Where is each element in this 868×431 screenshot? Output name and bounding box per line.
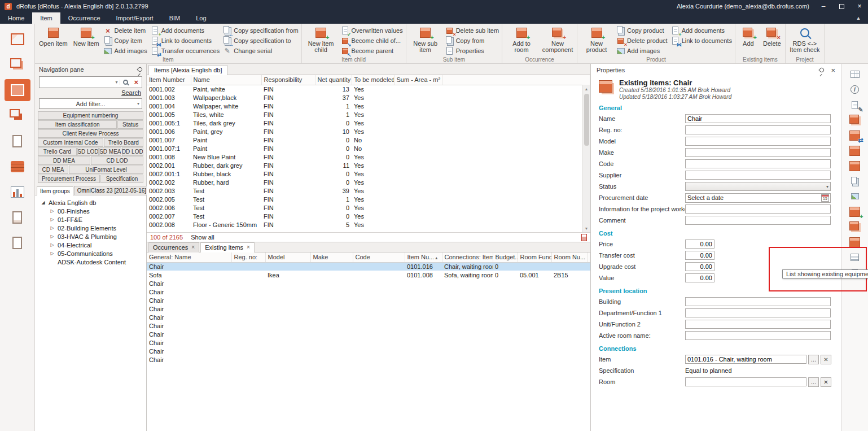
- sidebar-documents-button[interactable]: [5, 130, 30, 152]
- search-link[interactable]: Search: [121, 89, 141, 96]
- transfer-cost-field[interactable]: [685, 251, 714, 260]
- column-header-item-nu[interactable]: Item Nu...▴: [405, 252, 442, 262]
- items-scrollbar[interactable]: ▲ ▼: [582, 85, 590, 232]
- toolbar-product-button[interactable]: [841, 158, 868, 173]
- table-row[interactable]: 0002.008Floor - Generic 150mmFIN5Yes: [147, 220, 590, 229]
- toolbar-product-data-button[interactable]: +: [841, 204, 868, 219]
- code-field[interactable]: [685, 159, 831, 168]
- column-header-name[interactable]: Name: [191, 75, 261, 85]
- procurement-date-field[interactable]: Select a date15: [685, 193, 831, 203]
- ribbon-button-rds-item-check[interactable]: RDS <-> Item check: [788, 25, 821, 54]
- ribbon-button-copy-product[interactable]: Copy product: [616, 27, 668, 34]
- menu-tab-bim[interactable]: BIM: [161, 12, 188, 24]
- department-function-1-field[interactable]: [685, 308, 831, 317]
- ribbon-button-copy-from[interactable]: Copy from: [445, 37, 499, 45]
- filter-button-procurement-process[interactable]: Procurement Process: [38, 175, 100, 183]
- sidebar-rooms-button[interactable]: [5, 28, 30, 50]
- table-row[interactable]: 0002.001Rubber, dark greyFIN11Yes: [147, 161, 590, 169]
- ribbon-button-new-item-child[interactable]: +New item child: [305, 25, 337, 54]
- menu-tab-home[interactable]: Home: [0, 12, 32, 24]
- table-row[interactable]: 0002.002Rubber, hardFIN0Yes: [147, 178, 590, 186]
- table-row[interactable]: 0001.002Paint, whiteFIN13Yes: [147, 85, 590, 93]
- ribbon-button-delete-item[interactable]: ×Delete item: [104, 27, 147, 34]
- make-field[interactable]: [685, 148, 831, 157]
- status-dropdown[interactable]: ▾: [685, 182, 831, 191]
- table-row[interactable]: 0001.004Wallpaper, whiteFIN1Yes: [147, 102, 590, 110]
- table-row[interactable]: 0002.007TestFIN0Yes: [147, 212, 590, 220]
- tree-node-alexia-english-db[interactable]: ◢Alexia English db: [36, 198, 145, 207]
- ribbon-button-copy-item[interactable]: Copy item: [104, 37, 147, 45]
- ribbon-button-link-to-documents[interactable]: ⋈Link to documents: [671, 37, 732, 45]
- menu-tab-item[interactable]: Item: [32, 12, 60, 24]
- model-field[interactable]: [685, 137, 831, 146]
- reg-no-field[interactable]: [685, 125, 831, 134]
- filter-button-equipment-numbering[interactable]: Equipment numbering: [38, 111, 143, 120]
- ribbon-button-copy-specification-from[interactable]: ←Copy specification from: [223, 27, 298, 34]
- menu-tab-import-export[interactable]: Import/Export: [108, 12, 161, 24]
- sidebar-reports-button[interactable]: [5, 181, 30, 203]
- ribbon-button-new-sub-item[interactable]: +New sub item: [409, 25, 442, 54]
- room-field[interactable]: [685, 377, 806, 386]
- table-row[interactable]: Chair: [147, 321, 590, 330]
- filter-button-dd-mea[interactable]: DD MEA: [38, 156, 90, 165]
- tree-node-03-hvac-plumbing[interactable]: ▷03-HVAC & Plumbing: [36, 232, 145, 241]
- tree-collapsed-icon[interactable]: ▷: [50, 208, 55, 214]
- filter-button-sd-lod[interactable]: SD LOD: [77, 147, 99, 156]
- name-field[interactable]: [685, 114, 831, 123]
- search-box[interactable]: ▾ ×: [39, 76, 142, 88]
- table-row[interactable]: 0002.001:1Rubber, blackFIN0Yes: [147, 169, 590, 178]
- minimize-button[interactable]: –: [819, 2, 827, 10]
- restore-button[interactable]: [838, 2, 845, 10]
- properties-pin-icon[interactable]: [819, 67, 825, 73]
- comment-field[interactable]: [685, 216, 831, 225]
- tab-occurrences[interactable]: Occurrences×: [148, 242, 199, 252]
- table-row[interactable]: SofaIkea0101.008Sofa, waiting room005.00…: [147, 271, 590, 279]
- toolbar-product-sets-button[interactable]: [841, 219, 868, 234]
- scroll-down-icon[interactable]: ▼: [585, 224, 589, 232]
- menu-tab-log[interactable]: Log: [188, 12, 214, 24]
- upgrade-cost-field[interactable]: [685, 262, 714, 271]
- tab-existing-items[interactable]: Existing items×: [200, 242, 255, 252]
- search-icon[interactable]: [123, 80, 128, 85]
- active-room-name-field[interactable]: [685, 331, 831, 340]
- ribbon-button-become-parent[interactable]: ↖Become parent: [341, 47, 403, 55]
- ribbon-button-change-serial[interactable]: ✎Change serial: [223, 47, 298, 55]
- clear-button[interactable]: ✕: [821, 355, 831, 364]
- ribbon-button-new-component[interactable]: +New component: [541, 25, 574, 54]
- unit-function-2-field[interactable]: [685, 320, 831, 329]
- sidebar-items-button[interactable]: [5, 79, 30, 101]
- column-header-budget[interactable]: Budget...: [493, 252, 518, 262]
- table-row[interactable]: 0001.008New Blue PaintFIN0Yes: [147, 153, 590, 161]
- search-dropdown-chevron-icon[interactable]: ▾: [113, 80, 120, 85]
- close-button[interactable]: ×: [856, 2, 863, 10]
- table-row[interactable]: 0001.007:1PaintFIN0No: [147, 144, 590, 153]
- ribbon-button-copy-specification-to[interactable]: →Copy specification to: [223, 37, 298, 45]
- table-row[interactable]: Chair: [147, 279, 590, 288]
- sidebar-room-data-button[interactable]: [5, 54, 30, 76]
- scroll-up-icon[interactable]: ▲: [585, 85, 589, 93]
- scrollbar-thumb[interactable]: [584, 94, 589, 146]
- table-row[interactable]: Chair: [147, 355, 590, 364]
- filter-button-trello-board[interactable]: Trello Board: [104, 138, 143, 147]
- tree-node-05-communications[interactable]: ▷05-Communications: [36, 249, 145, 258]
- menu-tab-occurrence[interactable]: Occurrence: [60, 12, 108, 24]
- column-header-net-quantity[interactable]: Net quantity: [315, 75, 352, 85]
- column-header-reg-no[interactable]: Reg. no:: [231, 252, 265, 262]
- tab-close-icon[interactable]: ×: [191, 245, 195, 250]
- filter-button-specification[interactable]: Specification: [100, 175, 143, 183]
- column-header-responsibility[interactable]: Responsibility: [261, 75, 315, 85]
- table-row[interactable]: 0002.005TestFIN1Yes: [147, 195, 590, 203]
- tab-omniclass-23-2012-05-16[interactable]: OmniClass 23 [2012-05-16]: [74, 186, 150, 195]
- ribbon-button-add-images[interactable]: Add images: [616, 47, 668, 55]
- filter-button-client-review-process[interactable]: Client Review Process: [38, 129, 143, 138]
- search-input[interactable]: [40, 77, 113, 87]
- ribbon-button-overwritten-values[interactable]: ✓Overwritten values: [341, 27, 403, 34]
- sidebar-products-button[interactable]: [5, 105, 30, 127]
- price-field[interactable]: [685, 240, 714, 249]
- filter-button-sd-mea[interactable]: SD MEA: [99, 147, 121, 156]
- tree-node-adsk-autodesk-content[interactable]: ADSK-Autodesk Content: [36, 258, 145, 266]
- table-row[interactable]: Chair: [147, 288, 590, 296]
- toolbar-equipment-button[interactable]: [841, 234, 868, 250]
- column-header-code[interactable]: Code: [353, 252, 405, 262]
- filter-button-trello-card[interactable]: Trello Card: [38, 147, 77, 156]
